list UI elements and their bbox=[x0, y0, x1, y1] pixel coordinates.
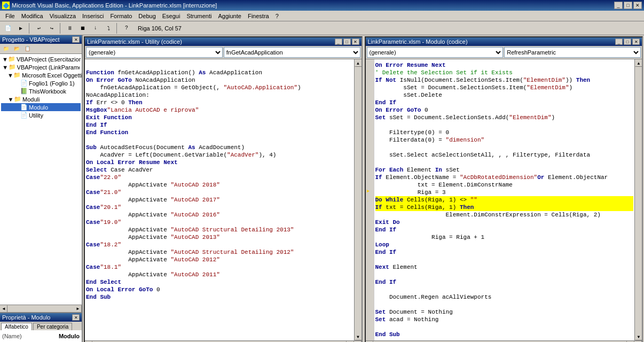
tree-excel-objects[interactable]: ▼ 📁 Microsoft Excel Oggetti bbox=[1, 71, 81, 79]
left-code-content: Function fnGetAcadApplication() As AcadA… bbox=[85, 59, 354, 340]
tree-utility[interactable]: 📄 Utility bbox=[1, 111, 81, 119]
code-line bbox=[375, 159, 634, 166]
restore-button[interactable]: □ bbox=[624, 2, 632, 9]
view-object-button[interactable]: 📁 bbox=[1, 44, 11, 53]
code-line: End If bbox=[375, 226, 634, 234]
menu-strumenti[interactable]: Strumenti bbox=[183, 12, 215, 20]
right-proc-dropdown[interactable]: RefreshParametric bbox=[504, 47, 641, 58]
code-line bbox=[375, 256, 634, 263]
properties-button[interactable]: 📋 bbox=[22, 44, 32, 53]
view-code-button[interactable]: 📄 bbox=[2, 23, 14, 34]
break-button[interactable]: ⏸ bbox=[64, 23, 76, 34]
minimize-button[interactable]: _ bbox=[614, 2, 623, 9]
toggle-folders-button[interactable]: 📂 bbox=[12, 44, 21, 53]
menu-help[interactable]: ? bbox=[272, 12, 282, 20]
code-line: On Error GoTo 0 bbox=[375, 106, 634, 114]
code-line: On Error Resume Next bbox=[375, 61, 634, 69]
menu-file[interactable]: File bbox=[2, 12, 18, 20]
tab-alfabetico[interactable]: Alfabetico bbox=[1, 323, 32, 330]
left-panel-min[interactable]: _ bbox=[335, 38, 342, 45]
left-scroll-up[interactable]: ▲ bbox=[355, 59, 362, 67]
code-line: AcadVer = Left(Document.GetVariable("Aca… bbox=[86, 151, 353, 159]
tab-per-categoria[interactable]: Per categoria bbox=[33, 323, 72, 330]
tree-thisworkbook[interactable]: 📗 ThisWorkbook bbox=[1, 87, 81, 95]
folder-icon: 📁 bbox=[8, 56, 15, 63]
code-line: On Local Error Resume Next bbox=[86, 159, 353, 166]
code-line: NoAcadApplication: bbox=[86, 91, 353, 99]
code-line bbox=[375, 271, 634, 278]
utility-icon: 📄 bbox=[20, 112, 28, 119]
window-title: Microsoft Visual Basic, Applications Edi… bbox=[12, 2, 614, 9]
project-panel-close[interactable]: ✕ bbox=[72, 36, 80, 43]
tree-scroll-right[interactable]: ▶ bbox=[74, 305, 82, 313]
right-vscroll-track[interactable] bbox=[635, 67, 642, 333]
right-panel-min[interactable]: _ bbox=[615, 38, 623, 45]
right-panel-max[interactable]: □ bbox=[624, 38, 631, 45]
code-line: Filterdata(0) = "dimension" bbox=[375, 136, 634, 144]
right-margin: ➤ bbox=[366, 59, 374, 340]
reset-button[interactable]: ⏹ bbox=[77, 23, 89, 34]
code-line: Case "21.0" bbox=[86, 189, 353, 196]
menu-inserisci[interactable]: Inserisci bbox=[79, 12, 107, 20]
tree-hscroll-track[interactable] bbox=[7, 306, 74, 312]
left-scroll-down[interactable]: ▼ bbox=[355, 333, 362, 340]
code-line: End If bbox=[375, 99, 634, 106]
code-line: ' Delete the Selection Set if it Exists bbox=[375, 69, 634, 76]
run-button[interactable]: ▶ bbox=[15, 23, 27, 34]
menu-debug[interactable]: Debug bbox=[135, 12, 159, 20]
menu-esegui[interactable]: Esegui bbox=[159, 12, 184, 20]
tree-vbaproject-link[interactable]: ▼ 📁 VBAProject (LinkParame bbox=[1, 63, 81, 71]
toolbar: 📄 ▶ ↩ ↪ ⏸ ⏹ ↓ ⤵ ? Riga 106, Col 57 bbox=[0, 21, 644, 35]
toolbar-sep1 bbox=[29, 23, 31, 34]
left-vscrollbar[interactable]: ▲ ▼ bbox=[354, 59, 362, 340]
left-code-panel: LinkParametric.xlsm - Utility (codice) _… bbox=[84, 36, 363, 342]
step-into-button[interactable]: ↓ bbox=[90, 23, 101, 34]
code-line: Set acad = Nothing bbox=[375, 316, 634, 323]
code-line: Element.DimConstrExpression = Cells(Riga… bbox=[375, 211, 634, 219]
redo-button[interactable]: ↪ bbox=[46, 23, 58, 34]
menu-modifica[interactable]: Modifica bbox=[18, 12, 46, 20]
code-panels: LinkParametric.xlsm - Utility (codice) _… bbox=[83, 35, 644, 342]
right-panel-close[interactable]: ✕ bbox=[632, 38, 640, 45]
sheet-icon: 📄 bbox=[20, 80, 28, 87]
module-icon: 📄 bbox=[20, 104, 28, 111]
right-code-dropdowns: (generale) RefreshParametric bbox=[366, 46, 642, 59]
left-panel-close[interactable]: ✕ bbox=[352, 38, 359, 45]
right-vscrollbar[interactable]: ▲ ▼ bbox=[634, 59, 642, 340]
left-proc-dropdown[interactable]: fnGetAcadApplication bbox=[224, 47, 360, 58]
props-panel-close[interactable]: ✕ bbox=[72, 314, 80, 321]
code-line: On Local Error GoTo 0 bbox=[86, 286, 353, 293]
undo-button[interactable]: ↩ bbox=[33, 23, 45, 34]
execution-arrow-icon: ➤ bbox=[366, 188, 370, 196]
menu-formato[interactable]: Formato bbox=[107, 12, 135, 20]
props-panel-title: Proprietà - Modulo ✕ bbox=[0, 313, 82, 322]
tree-scroll-left[interactable]: ◀ bbox=[0, 305, 7, 313]
right-scroll-up[interactable]: ▲ bbox=[635, 59, 642, 67]
left-vscroll-track[interactable] bbox=[355, 67, 362, 333]
menu-finestra[interactable]: Finestra bbox=[245, 12, 272, 20]
left-panel-max[interactable]: □ bbox=[343, 38, 351, 45]
tree-modulo[interactable]: 📄 Modulo bbox=[1, 103, 81, 111]
menu-aggiunte[interactable]: Aggiunte bbox=[215, 12, 244, 20]
code-line: Filtertype(0) = 0 bbox=[375, 129, 634, 136]
tree-foglio1[interactable]: 📄 Foglio1 (Foglio 1) bbox=[1, 79, 81, 87]
tree-moduli[interactable]: ▼ 📁 Moduli bbox=[1, 95, 81, 103]
right-object-dropdown[interactable]: (generale) bbox=[367, 47, 504, 58]
left-object-dropdown[interactable]: (generale) bbox=[86, 47, 223, 58]
code-line: Case "20.1" bbox=[86, 204, 353, 211]
step-over-button[interactable]: ⤵ bbox=[103, 23, 114, 34]
help-button[interactable]: ? bbox=[121, 23, 132, 34]
right-code-panel: LinkParametric.xlsm - Modulo (codice) _ … bbox=[365, 36, 643, 342]
code-line: Case "19.0" bbox=[86, 219, 353, 226]
code-line bbox=[375, 286, 634, 293]
folder-icon2: 📁 bbox=[9, 64, 16, 71]
tree-vbaproject-exerc[interactable]: ▼ 📁 VBAProject (Esercitazior bbox=[1, 55, 81, 63]
right-scroll-down[interactable]: ▼ bbox=[635, 333, 642, 340]
left-code-dropdowns: (generale) fnGetAcadApplication bbox=[85, 46, 362, 59]
code-line: Loop bbox=[375, 241, 634, 248]
code-line: Case "18.1" bbox=[86, 263, 353, 271]
code-line: Riga = 3 bbox=[375, 189, 634, 196]
menu-visualizza[interactable]: Visualizza bbox=[46, 12, 79, 20]
close-button[interactable]: ✕ bbox=[633, 2, 642, 9]
code-line: Document.Regen acAllViewports bbox=[375, 293, 634, 301]
